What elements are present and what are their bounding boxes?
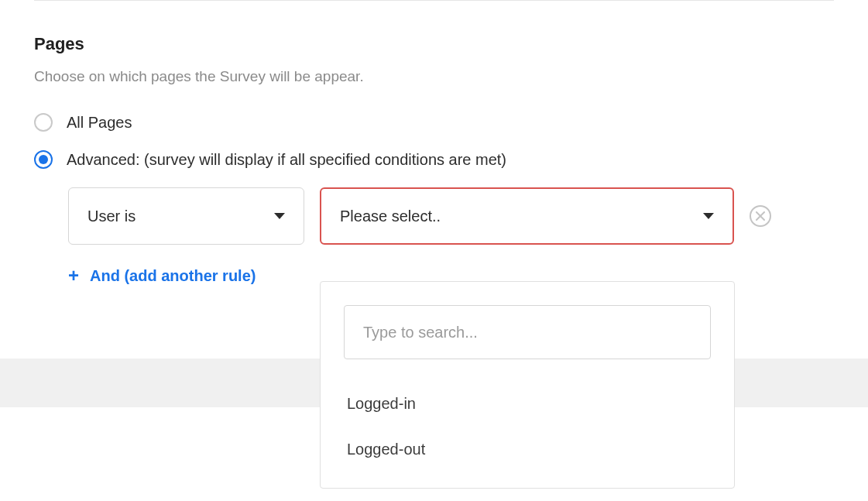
pages-radio-group: All Pages Advanced: (survey will display…: [34, 113, 834, 169]
section-title: Pages: [34, 34, 834, 54]
value-dropdown: Logged-in Logged-out: [320, 281, 735, 489]
plus-icon: +: [68, 266, 79, 285]
add-rule-label: And (add another rule): [90, 267, 256, 285]
close-icon: [756, 211, 765, 221]
radio-row-advanced[interactable]: Advanced: (survey will display if all sp…: [34, 150, 834, 169]
dropdown-option-logged-out[interactable]: Logged-out: [344, 427, 711, 472]
condition-select-label: User is: [87, 208, 136, 225]
condition-select[interactable]: User is: [68, 187, 304, 245]
dropdown-option-logged-in[interactable]: Logged-in: [344, 381, 711, 427]
pages-section: Pages Choose on which pages the Survey w…: [0, 0, 868, 285]
dropdown-search-input[interactable]: [344, 305, 711, 359]
section-description: Choose on which pages the Survey will be…: [34, 68, 834, 85]
value-select[interactable]: Please select..: [320, 187, 734, 245]
radio-all-pages-label: All Pages: [67, 114, 132, 132]
rule-row: User is Please select..: [68, 187, 834, 245]
value-select-label: Please select..: [340, 208, 441, 225]
remove-rule-button[interactable]: [750, 205, 771, 227]
radio-all-pages[interactable]: [34, 113, 53, 132]
caret-down-icon: [274, 213, 285, 219]
radio-row-all-pages[interactable]: All Pages: [34, 113, 834, 132]
radio-advanced[interactable]: [34, 150, 53, 169]
radio-advanced-label: Advanced: (survey will display if all sp…: [67, 151, 506, 169]
caret-down-icon: [703, 213, 714, 219]
